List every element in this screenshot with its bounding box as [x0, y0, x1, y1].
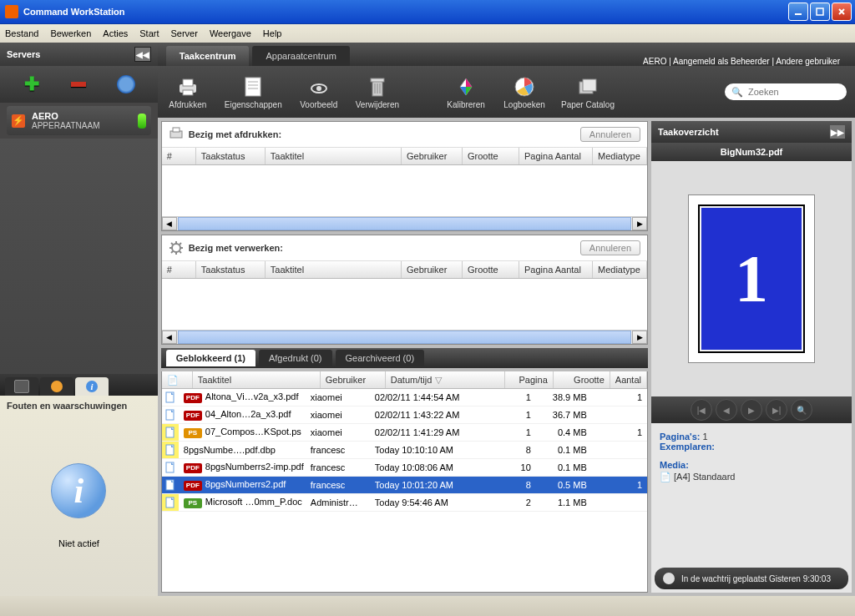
svg-rect-0	[795, 13, 802, 15]
server-status-led	[138, 114, 146, 129]
info-icon: i	[51, 463, 106, 518]
toolbar-calibrate[interactable]: Kalibreren	[444, 75, 488, 109]
tab-taakcentrum[interactable]: Taakcentrum	[166, 46, 250, 66]
processing-hscroll[interactable]: ◀ ▶	[162, 330, 647, 344]
toolbar-preview[interactable]: Voorbeeld	[297, 75, 341, 109]
clock-icon	[663, 573, 675, 584]
file-icon	[162, 442, 179, 458]
file-icon	[162, 494, 179, 511]
table-row[interactable]: PDFAltona_Vi…v2a_x3.pdfxiaomei02/02/11 1…	[162, 389, 647, 406]
window-title: Command WorkStation	[23, 7, 124, 17]
server-bolt-icon: ⚡	[12, 114, 25, 128]
papercatalog-icon	[576, 75, 600, 98]
printing-hscroll[interactable]: ◀ ▶	[162, 216, 647, 230]
svg-rect-4	[183, 90, 193, 95]
servers-header: Servers ◀◀	[0, 43, 158, 66]
preview-first-button[interactable]: |◀	[691, 399, 712, 421]
held-col-icon[interactable]: 📄	[162, 371, 193, 388]
preview-prev-button[interactable]: ◀	[716, 399, 737, 421]
servers-sidebar: Servers ◀◀ ✚ ⚡ AERO APPERAATNAAM i	[0, 43, 158, 596]
file-icon	[162, 459, 179, 476]
printer-icon	[176, 75, 200, 98]
switch-user-link[interactable]: Andere gebruiker	[776, 57, 840, 66]
printing-body	[162, 165, 647, 216]
maximize-button[interactable]	[810, 3, 830, 21]
tab-gearchiveerd[interactable]: Gearchiveerd (0)	[336, 350, 425, 366]
errors-status-text: Niet actief	[58, 538, 99, 548]
table-row[interactable]: PDF8pgsNumberrs2-imp.pdffrancescToday 10…	[162, 459, 647, 477]
close-button[interactable]	[832, 3, 852, 21]
sidebar-tab-info[interactable]: i	[75, 377, 109, 396]
calibrate-icon	[454, 75, 478, 98]
toolbar-print[interactable]: Afdrukken	[166, 75, 210, 109]
search-input[interactable]	[746, 86, 833, 98]
login-info: AERO | Aangemeld als Beheerder | Andere …	[643, 57, 847, 66]
scroll-left-icon[interactable]: ◀	[162, 217, 177, 230]
remove-server-button[interactable]	[68, 74, 89, 94]
title-bar: Command WorkStation	[0, 0, 855, 24]
sidebar-tab-console[interactable]	[5, 377, 38, 396]
expand-overview-button[interactable]: ▶▶	[830, 125, 845, 139]
table-row[interactable]: PDF8pgsNumberrs2.pdffrancescToday 10:01:…	[162, 477, 647, 494]
app-icon	[5, 5, 18, 18]
file-icon	[162, 477, 179, 493]
menu-bewerken[interactable]: Bewerken	[50, 28, 91, 38]
search-icon: 🔍	[731, 87, 743, 98]
printing-title: Bezig met afdrukken:	[189, 129, 281, 139]
svg-line-27	[180, 251, 181, 253]
toolbar-papercatalog[interactable]: Paper Catalog	[561, 75, 615, 109]
search-box[interactable]: 🔍	[725, 83, 847, 100]
menu-start[interactable]: Start	[139, 28, 159, 38]
svg-rect-18	[583, 79, 596, 91]
svg-point-10	[316, 86, 321, 91]
reconnect-server-button[interactable]	[116, 74, 136, 94]
menu-help[interactable]: Help	[263, 28, 282, 38]
preview-next-button[interactable]: ▶	[741, 399, 762, 421]
overview-queue-status: In de wachtrij geplaatst Gisteren 9:30:0…	[655, 568, 848, 589]
preview-icon	[307, 75, 331, 98]
add-server-button[interactable]: ✚	[22, 74, 42, 94]
table-row[interactable]: 8pgsNumbe….pdf.dbpfrancescToday 10:10:10…	[162, 442, 647, 459]
svg-rect-12	[371, 78, 384, 82]
scroll-right-icon[interactable]: ▶	[632, 217, 647, 230]
table-row[interactable]: PS07_Compos…KSpot.psxiaomei02/02/11 1:41…	[162, 424, 647, 442]
preview-last-button[interactable]: ▶|	[766, 399, 787, 421]
table-row[interactable]: PSMicrosoft …0mm_P.docAdministr…Today 9:…	[162, 494, 647, 512]
preview-zoom-button[interactable]: 🔍	[791, 399, 812, 421]
menu-bestand[interactable]: Bestand	[5, 28, 38, 38]
server-item[interactable]: ⚡ AERO APPERAATNAAM	[7, 106, 151, 135]
trash-icon	[366, 75, 389, 98]
tab-afgedrukt[interactable]: Afgedrukt (0)	[259, 350, 332, 366]
svg-line-26	[171, 243, 173, 245]
svg-rect-3	[183, 79, 193, 86]
tab-apparaatcentrum[interactable]: Apparaatcentrum	[252, 46, 349, 66]
processing-body	[162, 279, 647, 330]
menu-acties[interactable]: Acties	[103, 28, 128, 38]
servers-title: Servers	[7, 49, 40, 59]
svg-rect-1	[817, 8, 823, 15]
menu-server[interactable]: Server	[171, 28, 198, 38]
processing-cancel-button[interactable]: Annuleren	[580, 240, 640, 255]
printing-icon	[169, 127, 184, 142]
server-subtitle: APPERAATNAAM	[32, 121, 100, 130]
table-row[interactable]: PDF04_Alton…2a_x3.pdfxiaomei02/02/11 1:4…	[162, 406, 647, 424]
svg-rect-20	[173, 128, 180, 132]
overview-filename: BigNum32.pdf	[651, 143, 852, 161]
printing-columns: # Taakstatus Taaktitel Gebruiker Grootte…	[162, 148, 647, 165]
printing-cancel-button[interactable]: Annuleren	[580, 127, 640, 142]
file-icon	[162, 424, 179, 441]
errors-panel-title: Fouten en waarschuwingen	[0, 396, 158, 416]
processing-columns: # Taakstatus Taaktitel Gebruiker Grootte…	[162, 261, 647, 279]
file-icon	[162, 389, 179, 406]
toolbar-delete[interactable]: Verwijderen	[356, 75, 399, 109]
menu-weergave[interactable]: Weergave	[210, 28, 251, 38]
collapse-sidebar-button[interactable]: ◀◀	[134, 47, 151, 62]
sidebar-tab-chat[interactable]	[40, 377, 73, 396]
toolbar-logs[interactable]: Logboeken	[503, 75, 546, 109]
toolbar-properties[interactable]: Eigenschappen	[225, 75, 282, 109]
svg-line-29	[171, 251, 173, 253]
file-icon	[162, 406, 179, 423]
tab-geblokkeerd[interactable]: Geblokkeerd (1)	[166, 350, 255, 366]
minimize-button[interactable]	[788, 3, 808, 21]
server-name: AERO	[32, 111, 100, 121]
